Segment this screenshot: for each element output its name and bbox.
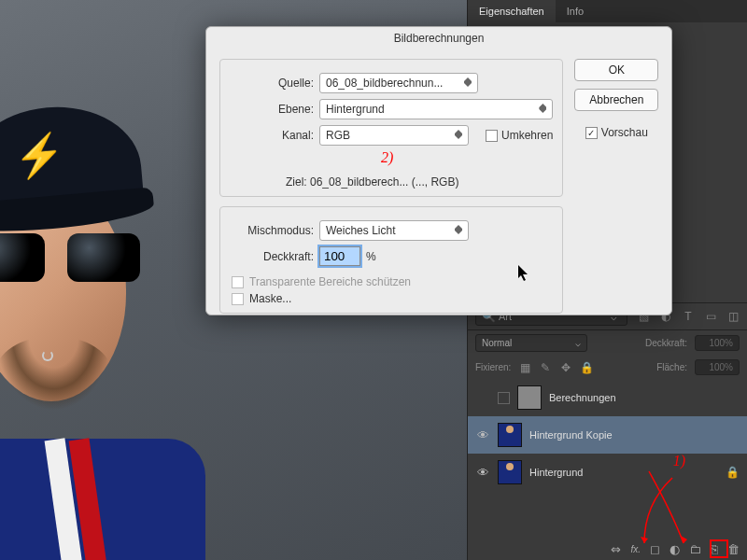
- transparent-checkbox: [232, 276, 244, 288]
- layer-name[interactable]: Berechnungen: [549, 392, 740, 403]
- visibility-toggle[interactable]: 👁: [475, 466, 490, 480]
- blend-fieldset: Mischmodus: Weiches Licht Deckkraft: % T…: [219, 206, 563, 314]
- mischmodus-select[interactable]: Weiches Licht: [319, 220, 469, 241]
- maske-checkbox[interactable]: [232, 293, 244, 305]
- deckkraft-input[interactable]: [319, 246, 360, 266]
- panel-tabs: Eigenschaften Info: [468, 0, 747, 22]
- ziel-value: 06_08_bildberech... (..., RGB): [310, 175, 458, 189]
- adjustment-icon[interactable]: ◐: [669, 542, 680, 556]
- umkehren-checkbox[interactable]: [486, 130, 498, 142]
- mask-icon[interactable]: ◻: [650, 542, 660, 556]
- fill-label: Fläche:: [656, 362, 687, 372]
- ebene-select[interactable]: Hintergrund: [319, 99, 553, 119]
- layer-thumbnail[interactable]: [517, 385, 542, 410]
- new-layer-icon[interactable]: ⎘: [711, 542, 718, 556]
- mischmodus-label: Mischmodus:: [230, 224, 314, 237]
- layer-panel-footer: ⇔ fx. ◻ ◐ 🗀 ⎘ 🗑: [611, 542, 740, 556]
- tab-eigenschaften[interactable]: Eigenschaften: [468, 0, 556, 22]
- layer-thumbnail[interactable]: [498, 423, 522, 447]
- source-fieldset: Quelle: 06_08_bildberechnun... Ebene: Hi…: [219, 59, 563, 197]
- checkbox-empty[interactable]: [498, 392, 510, 404]
- ziel-label: Ziel:: [286, 175, 307, 189]
- group-icon[interactable]: 🗀: [689, 542, 701, 556]
- lock-row: Fixieren: ▦ ✎ ✥ 🔒 Fläche: 100%: [468, 356, 747, 379]
- kanal-label: Kanal:: [230, 129, 314, 142]
- vorschau-checkbox[interactable]: ✓: [585, 127, 598, 139]
- abbrechen-button[interactable]: Abbrechen: [574, 89, 658, 111]
- fx-icon[interactable]: fx.: [630, 544, 641, 554]
- lock-all-icon[interactable]: 🔒: [580, 361, 593, 374]
- quelle-select[interactable]: 06_08_bildberechnun...: [319, 73, 478, 93]
- visibility-toggle[interactable]: 👁: [475, 428, 490, 442]
- layer-row-hintergrund-kopie[interactable]: 👁 Hintergrund Kopie: [468, 416, 747, 454]
- lock-transparent-icon[interactable]: ▦: [518, 361, 531, 374]
- deckkraft-unit: %: [366, 250, 376, 263]
- bildberechnungen-dialog: Bildberechnungen Quelle: 06_08_bildberec…: [205, 26, 672, 315]
- layer-row-hintergrund[interactable]: 👁 Hintergrund 🔒: [468, 454, 747, 491]
- blend-mode-select[interactable]: Normal⌵: [475, 334, 587, 352]
- kanal-select[interactable]: RGB: [319, 125, 469, 146]
- lock-icon: 🔒: [726, 466, 740, 479]
- filter-type-icon[interactable]: T: [682, 310, 695, 323]
- transparent-label: Transparente Bereiche schützen: [249, 275, 411, 288]
- fix-label: Fixieren:: [475, 362, 511, 372]
- lock-move-icon[interactable]: ✥: [559, 361, 572, 374]
- filter-shape-icon[interactable]: ▭: [704, 310, 717, 323]
- trash-icon[interactable]: 🗑: [727, 542, 740, 556]
- opacity-label: Deckkraft:: [645, 338, 687, 348]
- quelle-label: Quelle:: [230, 77, 314, 90]
- opacity-input[interactable]: 100%: [695, 335, 740, 351]
- umkehren-label: Umkehren: [501, 129, 553, 142]
- fill-input[interactable]: 100%: [695, 359, 740, 375]
- lock-brush-icon[interactable]: ✎: [539, 361, 552, 374]
- layer-thumbnail[interactable]: [498, 460, 522, 484]
- dialog-title: Bildberechnungen: [206, 27, 671, 49]
- vorschau-label: Vorschau: [601, 126, 648, 139]
- layer-name[interactable]: Hintergrund Kopie: [529, 429, 740, 441]
- ebene-label: Ebene:: [230, 103, 314, 116]
- layer-name[interactable]: Hintergrund: [529, 467, 718, 478]
- layer-row-berechnungen[interactable]: Berechnungen: [468, 379, 747, 416]
- annotation-2: 2): [381, 149, 393, 166]
- filter-smart-icon[interactable]: ◫: [726, 310, 740, 323]
- deckkraft-label: Deckkraft:: [230, 250, 314, 263]
- tab-info[interactable]: Info: [556, 0, 595, 22]
- link-layers-icon[interactable]: ⇔: [611, 542, 621, 556]
- ok-button[interactable]: OK: [574, 59, 658, 81]
- maske-label: Maske...: [249, 292, 291, 305]
